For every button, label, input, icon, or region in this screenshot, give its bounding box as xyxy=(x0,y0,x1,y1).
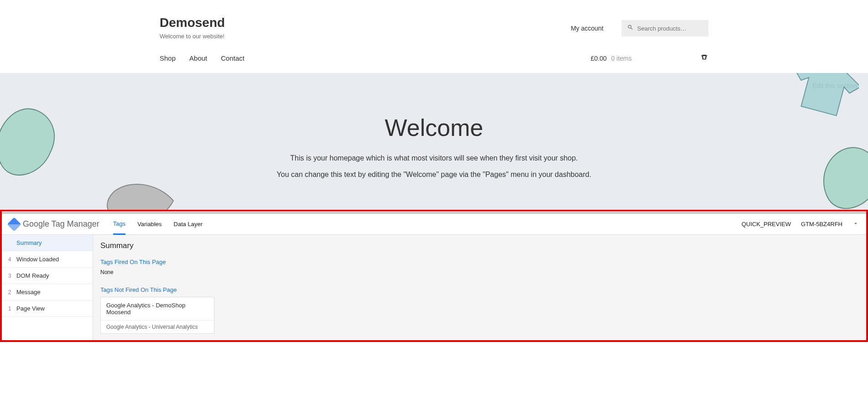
hero-line1: This is your homepage which is what most… xyxy=(0,154,868,162)
gtm-side-label: Page View xyxy=(16,305,45,312)
gtm-side-label: Message xyxy=(16,289,41,295)
gtm-header: Google Tag Manager Tags Variables Data L… xyxy=(2,214,866,235)
gtm-notfired-label: Tags Not Fired On This Page xyxy=(100,286,859,293)
gtm-side-window-loaded[interactable]: 4 Window Loaded xyxy=(2,251,93,268)
gtm-side-label: DOM Ready xyxy=(16,272,49,279)
search-input[interactable] xyxy=(637,25,703,32)
gtm-debug-panel: Google Tag Manager Tags Variables Data L… xyxy=(0,210,868,342)
gtm-sidebar: Summary 4 Window Loaded 3 DOM Ready 2 Me… xyxy=(2,235,93,340)
hero-section: Edit this section Welcome This is your h… xyxy=(0,73,868,210)
gtm-logo-text: Google Tag Manager xyxy=(23,219,99,229)
gtm-tag-card[interactable]: Google Analytics - DemoShop Moosend Goog… xyxy=(100,297,214,334)
decor-hoodie-right xyxy=(822,146,868,210)
gtm-container-id: GTM-5BZ4RFH xyxy=(801,221,842,228)
my-account-link[interactable]: My account xyxy=(571,25,603,32)
gtm-body: Summary 4 Window Loaded 3 DOM Ready 2 Me… xyxy=(2,235,866,340)
nav-contact[interactable]: Contact xyxy=(221,54,244,62)
gtm-logo: Google Tag Manager xyxy=(9,219,99,229)
gtm-side-message[interactable]: 2 Message xyxy=(2,284,93,301)
gtm-tabs: Tags Variables Data Layer xyxy=(113,214,203,235)
gtm-fired-label: Tags Fired On This Page xyxy=(100,259,859,265)
gtm-tag-name: Google Analytics - DemoShop Moosend xyxy=(101,297,214,320)
gtm-mode: QUICK_PREVIEW xyxy=(742,221,791,228)
cart-items: 0 items xyxy=(611,55,632,62)
gtm-main-title: Summary xyxy=(100,241,859,250)
site-tagline: Welcome to our website! xyxy=(160,33,225,40)
header-right: My account xyxy=(571,20,708,36)
gtm-fired-none: None xyxy=(100,269,859,275)
gtm-side-summary[interactable]: Summary xyxy=(2,235,93,251)
cart-icon[interactable] xyxy=(700,53,708,63)
nav-row: Shop About Contact £0.00 0 items xyxy=(0,40,868,73)
nav-shop[interactable]: Shop xyxy=(160,54,176,62)
decor-tshirt xyxy=(790,73,859,116)
hero-heading: Welcome xyxy=(0,73,868,141)
decor-pants xyxy=(105,182,178,210)
gtm-logo-icon xyxy=(7,217,21,231)
cart-price: £0.00 xyxy=(591,55,607,62)
chevron-down-icon[interactable] xyxy=(852,220,859,228)
gtm-side-label: Window Loaded xyxy=(16,256,59,263)
gtm-side-page-view[interactable]: 1 Page View xyxy=(2,301,93,317)
cart-area[interactable]: £0.00 0 items xyxy=(591,53,708,63)
brand-block: Demosend Welcome to our website! xyxy=(160,16,225,40)
gtm-tab-tags[interactable]: Tags xyxy=(113,214,125,235)
gtm-tab-variables[interactable]: Variables xyxy=(137,214,161,234)
nav-links: Shop About Contact xyxy=(160,54,244,62)
gtm-tag-type: Google Analytics - Universal Analytics xyxy=(101,320,214,333)
gtm-tab-datalayer[interactable]: Data Layer xyxy=(174,214,203,234)
site-header: Demosend Welcome to our website! My acco… xyxy=(0,0,868,40)
nav-about[interactable]: About xyxy=(189,54,207,62)
gtm-side-label: Summary xyxy=(16,239,42,246)
search-icon xyxy=(627,24,634,32)
gtm-main: Summary Tags Fired On This Page None Tag… xyxy=(93,235,866,340)
decor-hoodie-left xyxy=(0,107,59,185)
gtm-header-right: QUICK_PREVIEW GTM-5BZ4RFH xyxy=(742,220,859,228)
gtm-side-dom-ready[interactable]: 3 DOM Ready xyxy=(2,268,93,284)
hero-line2: You can change this text by editing the … xyxy=(0,171,868,179)
search-box[interactable] xyxy=(622,20,708,36)
site-title: Demosend xyxy=(160,16,225,30)
